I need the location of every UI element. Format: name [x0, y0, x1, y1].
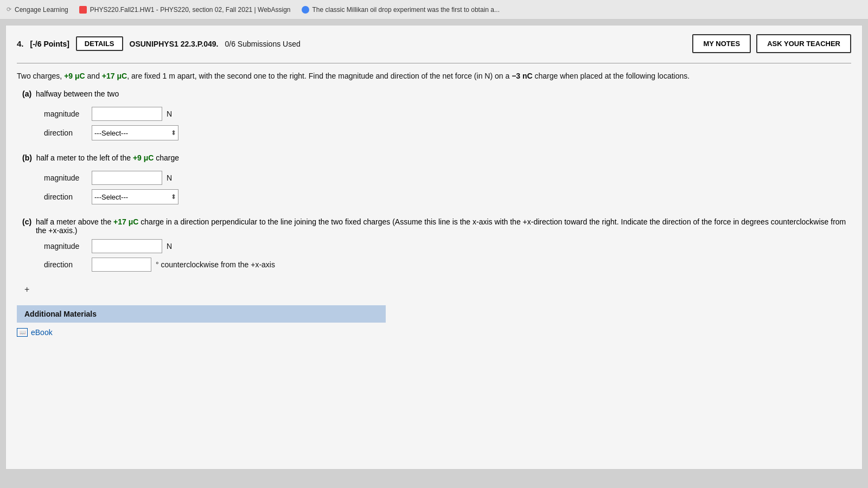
part-c-magnitude-unit: N — [167, 242, 172, 251]
part-a-direction-select-wrapper: ---Select--- to the left to the right — [92, 125, 178, 140]
part-b-direction-label: direction — [44, 192, 87, 201]
part-a-magnitude-input[interactable] — [92, 107, 162, 121]
webassign-tab-label: PHYS220.Fall21.HW1 - PHYS220, section 02… — [90, 6, 291, 14]
charge2: +17 μC — [102, 72, 127, 80]
browser-tab-webassign[interactable]: PHYS220.Fall21.HW1 - PHYS220, section 02… — [79, 6, 291, 14]
question-points: [-/6 Points] — [30, 40, 69, 48]
header-buttons: MY NOTES ASK YOUR TEACHER — [692, 34, 851, 53]
problem-text: Two charges, +9 μC and +17 μC, are fixed… — [17, 63, 851, 82]
ask-teacher-button[interactable]: ASK YOUR TEACHER — [756, 34, 851, 53]
content-area: 4. [-/6 Points] DETAILS OSUNIPHYS1 22.3.… — [0, 20, 868, 488]
details-button[interactable]: DETAILS — [76, 36, 123, 51]
submissions-count: 0/6 Submissions Used — [225, 40, 300, 48]
question-container: 4. [-/6 Points] DETAILS OSUNIPHYS1 22.3.… — [5, 25, 863, 470]
cengage-tab-label: Cengage Learning — [15, 6, 68, 14]
part-b-magnitude-row: magnitude N — [44, 171, 851, 185]
additional-materials-section: Additional Materials 📖 eBook — [17, 305, 851, 337]
part-c-text: half a meter above the +17 μC charge in … — [36, 217, 851, 235]
charge1: +9 μC — [64, 72, 85, 80]
part-c-letter: (c) — [22, 217, 36, 226]
part-c-charge: +17 μC — [113, 217, 138, 226]
ebook-icon: 📖 — [17, 328, 28, 337]
additional-materials-label: Additional Materials — [24, 310, 97, 318]
part-c-direction-row: direction ° counterclockwise from the +x… — [44, 258, 851, 272]
browser-tab-google[interactable]: The classic Millikan oil drop experiment… — [302, 6, 500, 14]
part-a-magnitude-label: magnitude — [44, 110, 87, 118]
browser-tab-cengage[interactable]: ⟳ Cengage Learning — [7, 6, 68, 14]
part-c-magnitude-input[interactable] — [92, 239, 162, 253]
my-notes-button[interactable]: MY NOTES — [692, 34, 751, 53]
part-c-direction-input[interactable] — [92, 258, 151, 272]
plus-indicator: + — [24, 285, 851, 294]
part-a-direction-label: direction — [44, 129, 87, 137]
part-a-text: halfway between the two — [36, 89, 119, 98]
part-a-letter: (a) — [22, 89, 36, 98]
question-header: 4. [-/6 Points] DETAILS OSUNIPHYS1 22.3.… — [17, 34, 851, 53]
part-b-direction-select[interactable]: ---Select--- to the left to the right — [92, 189, 178, 204]
part-a-magnitude-row: magnitude N — [44, 107, 851, 121]
part-c-direction-label: direction — [44, 260, 87, 269]
part-b-charge: +9 μC — [133, 153, 154, 162]
test-charge: −3 nC — [512, 72, 533, 80]
part-a-magnitude-unit: N — [167, 110, 172, 118]
webassign-favicon — [79, 6, 87, 14]
question-code: OSUNIPHYS1 22.3.P.049. — [130, 40, 219, 48]
google-tab-label: The classic Millikan oil drop experiment… — [312, 6, 500, 14]
part-b-letter: (b) — [22, 153, 36, 162]
part-a: (a) halfway between the two magnitude N … — [17, 89, 851, 140]
additional-materials-bar: Additional Materials — [17, 305, 386, 323]
ebook-link[interactable]: 📖 eBook — [17, 328, 851, 337]
part-b-direction-select-wrapper: ---Select--- to the left to the right — [92, 189, 178, 204]
part-a-direction-select[interactable]: ---Select--- to the left to the right — [92, 125, 178, 140]
browser-bar: ⟳ Cengage Learning PHYS220.Fall21.HW1 - … — [0, 0, 868, 20]
part-b-magnitude-input[interactable] — [92, 171, 162, 185]
plus-sign: + — [24, 285, 29, 294]
part-b-text: half a meter to the left of the +9 μC ch… — [36, 153, 179, 162]
part-c: (c) half a meter above the +17 μC charge… — [17, 217, 851, 272]
part-c-magnitude-label: magnitude — [44, 242, 87, 251]
part-c-magnitude-row: magnitude N — [44, 239, 851, 253]
part-b: (b) half a meter to the left of the +9 μ… — [17, 153, 851, 204]
part-b-magnitude-unit: N — [167, 174, 172, 182]
part-b-direction-row: direction ---Select--- to the left to th… — [44, 189, 851, 204]
ebook-label: eBook — [31, 328, 53, 337]
part-b-magnitude-label: magnitude — [44, 174, 87, 182]
google-favicon — [302, 6, 309, 14]
part-a-direction-row: direction ---Select--- to the left to th… — [44, 125, 851, 140]
question-number: 4. — [17, 39, 24, 48]
part-c-direction-unit: ° counterclockwise from the +x-axis — [156, 260, 275, 269]
